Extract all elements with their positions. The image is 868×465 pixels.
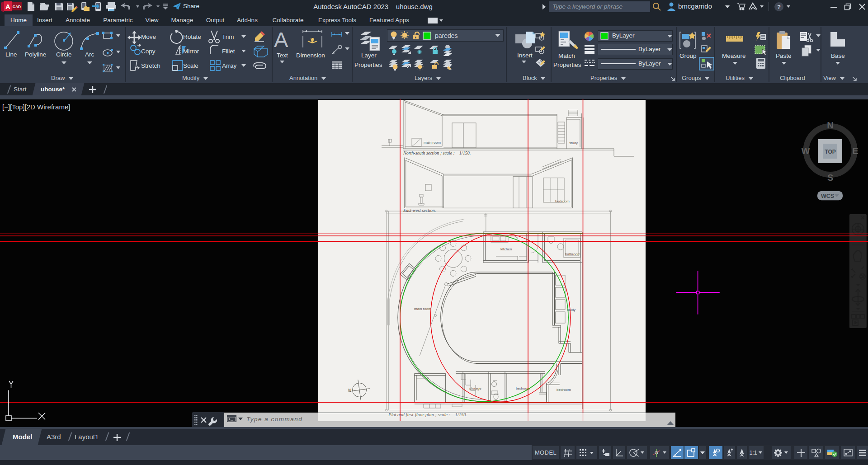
svg-text:N: N xyxy=(827,120,833,130)
svg-text:kitchen: kitchen xyxy=(500,247,512,251)
svg-text:bathroom: bathroom xyxy=(565,252,580,256)
svg-text:main room: main room xyxy=(424,141,441,145)
svg-text:TOP: TOP xyxy=(825,149,835,155)
svg-text:paredes: paredes xyxy=(435,32,458,39)
svg-text:bedroom: bedroom xyxy=(555,199,570,203)
svg-text:storage: storage xyxy=(469,386,481,390)
svg-text:W: W xyxy=(802,146,810,156)
svg-text:E: E xyxy=(852,146,858,156)
svg-text:N: N xyxy=(348,388,351,393)
svg-text:study: study xyxy=(569,141,578,145)
svg-text:main room: main room xyxy=(414,307,431,311)
svg-text:?: ? xyxy=(777,4,781,10)
svg-text:East-west section.: East-west section. xyxy=(403,208,436,213)
svg-text:CAD: CAD xyxy=(13,5,21,9)
svg-text:WCS: WCS xyxy=(821,193,834,199)
svg-text:S: S xyxy=(827,173,833,183)
svg-text:bedroom: bedroom xyxy=(557,388,571,392)
svg-text:North-south section ; scale :: North-south section ; scale : 1/150. xyxy=(403,150,471,155)
svg-text:A: A xyxy=(5,3,10,10)
svg-text:[−][Top][2D Wireframe]: [−][Top][2D Wireframe] xyxy=(2,103,70,111)
